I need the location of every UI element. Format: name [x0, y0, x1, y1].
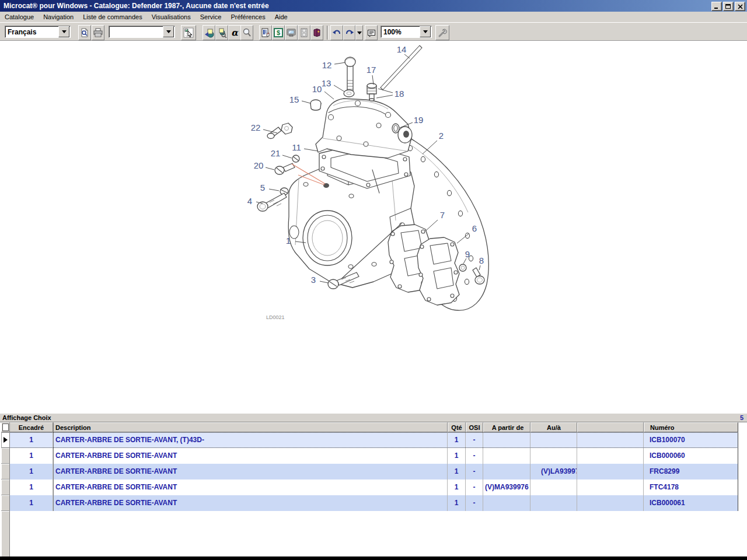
menu-catalogue[interactable]: Catalogue: [0, 12, 39, 22]
note-button[interactable]: [365, 25, 378, 40]
close-button[interactable]: [735, 2, 745, 11]
cell-description: CARTER-ARBRE DE SORTIE-AVANT: [53, 448, 448, 464]
menu-service[interactable]: Service: [196, 12, 226, 22]
callout-18[interactable]: 18: [395, 89, 404, 99]
callout-21[interactable]: 21: [271, 148, 281, 158]
menu-aide[interactable]: Aide: [270, 12, 292, 22]
col-header-numero[interactable]: Numéro: [644, 422, 738, 432]
screen-icon: [287, 28, 296, 37]
cell-qte: 1: [448, 464, 466, 480]
grid-gutter-extension: [1, 511, 10, 556]
callout-7[interactable]: 7: [440, 210, 445, 220]
current-record-arrow-icon: [4, 437, 8, 443]
book-button[interactable]: [310, 25, 323, 40]
row-selector[interactable]: [1, 464, 10, 480]
cell-description: CARTER-ARBRE DE SORTIE-AVANT: [53, 495, 448, 511]
zoom-select[interactable]: 100%: [381, 26, 432, 38]
callout-5[interactable]: 5: [260, 183, 265, 192]
magnify-button[interactable]: [240, 25, 253, 40]
menu-navigation[interactable]: Navigation: [39, 12, 78, 22]
film-button[interactable]: [298, 25, 310, 40]
grid-gutter-header[interactable]: [1, 422, 10, 432]
prices-button[interactable]: $: [272, 25, 285, 40]
maximize-button[interactable]: [723, 2, 734, 11]
callout-leader-line: [302, 101, 310, 103]
print-preview-button[interactable]: [78, 25, 91, 40]
row-selector[interactable]: [1, 432, 10, 448]
callout-14[interactable]: 14: [397, 44, 407, 54]
grid-header-row: Encadré Description Qté OSI A partir de …: [1, 422, 738, 432]
col-header-a-partir-de[interactable]: A partir de: [483, 422, 530, 432]
chevron-down-icon[interactable]: [163, 26, 174, 37]
diagram-viewport[interactable]: 121310151714181922211212054761983LD0021: [0, 41, 747, 413]
graphic-index-search-button[interactable]: [215, 25, 228, 40]
callout-leader-line: [378, 89, 393, 93]
table-row[interactable]: 1CARTER-ARBRE DE SORTIE-AVANT1-ICB000061: [1, 495, 738, 511]
callout-6[interactable]: 6: [472, 223, 477, 233]
col-header-extra[interactable]: [577, 422, 644, 432]
callout-3[interactable]: 3: [311, 275, 316, 285]
undo-button[interactable]: [330, 25, 343, 40]
select-pointer-button[interactable]: [181, 25, 196, 40]
callout-9[interactable]: 9: [465, 249, 470, 259]
callout-12[interactable]: 12: [322, 60, 332, 70]
table-row[interactable]: 1CARTER-ARBRE DE SORTIE-AVANT1-ICB000060: [1, 448, 738, 464]
table-row[interactable]: 1CARTER-ARBRE DE SORTIE-AVANT, (T)43D-1-…: [1, 432, 738, 448]
toolbar-separator: [327, 26, 329, 40]
settings-button[interactable]: [435, 25, 449, 40]
callout-leader-line: [334, 85, 344, 92]
note-icon: [367, 29, 376, 37]
callout-4[interactable]: 4: [247, 196, 252, 206]
close-icon: [738, 4, 743, 9]
cell-description: CARTER-ARBRE DE SORTIE-AVANT: [53, 464, 448, 480]
table-row[interactable]: 1CARTER-ARBRE DE SORTIE-AVANT1-(V)LA9399…: [1, 464, 738, 480]
callout-leader-line: [404, 54, 410, 58]
print-button[interactable]: [92, 25, 104, 40]
cell-qte: 1: [448, 480, 466, 495]
callout-10[interactable]: 10: [312, 84, 322, 94]
print-preview-icon: [80, 28, 89, 37]
row-selector[interactable]: [1, 480, 10, 495]
screen-button[interactable]: [285, 25, 298, 40]
row-selector[interactable]: [1, 448, 10, 464]
window-title: Microcat® pour Windows - Catalogue: Defe…: [4, 2, 269, 10]
minimize-button[interactable]: [711, 2, 722, 11]
menu-visualisations[interactable]: Visualisations: [147, 12, 196, 22]
callout-13[interactable]: 13: [322, 78, 331, 88]
callout-15[interactable]: 15: [289, 94, 299, 104]
menu-liste-de-commandes[interactable]: Liste de commandes: [78, 12, 147, 22]
menu-bar: Catalogue Navigation Liste de commandes …: [0, 12, 747, 22]
redo-button[interactable]: [343, 25, 355, 40]
callout-19[interactable]: 19: [414, 115, 424, 125]
col-header-description[interactable]: Description: [53, 422, 448, 432]
callout-11[interactable]: 11: [292, 142, 301, 152]
table-row[interactable]: 1CARTER-ARBRE DE SORTIE-AVANT1-(V)MA9399…: [1, 480, 738, 495]
alpha-index-button[interactable]: α: [228, 25, 241, 40]
callout-22[interactable]: 22: [251, 123, 261, 132]
maximize-icon: [725, 4, 731, 9]
language-select[interactable]: Français: [5, 26, 71, 38]
chevron-down-icon[interactable]: [420, 26, 431, 37]
graphic-index-button[interactable]: [203, 25, 215, 40]
parts-info-icon: [261, 28, 270, 37]
callout-17[interactable]: 17: [366, 65, 376, 75]
redo-options-button[interactable]: [355, 25, 363, 40]
callout-1[interactable]: 1: [286, 236, 291, 246]
callout-8[interactable]: 8: [479, 256, 484, 265]
col-header-qte[interactable]: Qté: [448, 422, 466, 432]
col-header-au-a[interactable]: Au/à: [530, 422, 577, 432]
callout-2[interactable]: 2: [439, 131, 444, 141]
col-header-osi[interactable]: OSI: [466, 422, 483, 432]
menu-preferences[interactable]: Préférences: [226, 12, 270, 22]
cell-osi: -: [466, 432, 483, 448]
col-header-encadre[interactable]: Encadré: [10, 422, 53, 432]
callout-20[interactable]: 20: [254, 160, 264, 170]
chevron-down-icon[interactable]: [58, 26, 69, 37]
parts-info-button[interactable]: [259, 25, 272, 40]
cell-osi: -: [466, 464, 483, 480]
cell-description: CARTER-ARBRE DE SORTIE-AVANT, (T)43D-: [53, 432, 448, 448]
row-selector[interactable]: [1, 495, 10, 511]
cell-numero: FRC8299: [644, 464, 738, 480]
model-select[interactable]: [109, 26, 175, 38]
callout-leader-line: [269, 189, 279, 191]
